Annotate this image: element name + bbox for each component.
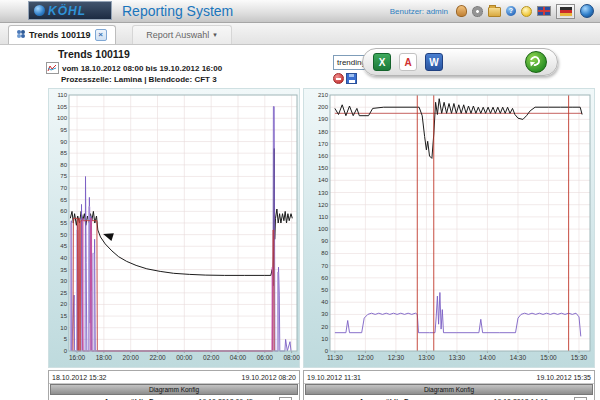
svg-text:00:00: 00:00 bbox=[176, 354, 193, 361]
svg-text:170: 170 bbox=[318, 141, 329, 147]
pinwheel-icon bbox=[17, 30, 21, 34]
svg-text:18:00: 18:00 bbox=[96, 354, 113, 361]
svg-text:70: 70 bbox=[60, 185, 67, 191]
svg-text:06:00: 06:00 bbox=[257, 354, 274, 361]
language-globe-icon[interactable] bbox=[580, 4, 594, 18]
tab-trends[interactable]: Trends 100119 × bbox=[8, 25, 116, 44]
svg-text:20:00: 20:00 bbox=[123, 354, 140, 361]
svg-text:60: 60 bbox=[321, 275, 328, 281]
svg-text:5: 5 bbox=[64, 336, 68, 342]
trend-title: Trends 100119 bbox=[58, 48, 222, 60]
user-area: Benutzer: admin ? bbox=[390, 0, 594, 22]
svg-text:70: 70 bbox=[321, 263, 328, 269]
gear-icon[interactable] bbox=[472, 6, 483, 17]
hint-bulb-icon[interactable] bbox=[521, 6, 532, 17]
svg-text:22:00: 22:00 bbox=[149, 354, 166, 361]
svg-text:35: 35 bbox=[60, 267, 67, 273]
pens-row: Ausgewählte Pens 19.10.2012 06:45 bbox=[49, 395, 299, 400]
svg-text:50: 50 bbox=[60, 232, 67, 238]
svg-text:15:00: 15:00 bbox=[540, 354, 557, 361]
refresh-button[interactable] bbox=[525, 51, 547, 73]
chart-left-config-panel: 18.10.2012 15:32 19.10.2012 08:20 Diagra… bbox=[48, 370, 300, 400]
svg-text:150: 150 bbox=[318, 165, 329, 171]
export-word-button[interactable]: W bbox=[425, 53, 443, 71]
pens-row: Ausgewählte Pens 19.10.2012 14:16 bbox=[304, 395, 594, 400]
app-title: Reporting System bbox=[122, 3, 233, 19]
svg-text:100: 100 bbox=[318, 226, 329, 232]
flag-uk-icon[interactable] bbox=[537, 6, 551, 16]
range-end-time: 19.10.2012 15:35 bbox=[537, 374, 592, 381]
svg-text:95: 95 bbox=[60, 127, 67, 133]
svg-text:15: 15 bbox=[60, 313, 67, 319]
svg-text:85: 85 bbox=[60, 150, 67, 156]
svg-text:13:30: 13:30 bbox=[449, 354, 466, 361]
svg-text:80: 80 bbox=[321, 250, 328, 256]
app-window: KÖHL Reporting System Benutzer: admin ? … bbox=[0, 0, 600, 400]
remove-trending-icon[interactable] bbox=[333, 73, 344, 84]
folder-icon[interactable] bbox=[488, 7, 501, 17]
logo-globe-icon bbox=[34, 5, 45, 16]
range-end-time: 19.10.2012 08:20 bbox=[242, 374, 297, 381]
svg-text:160: 160 bbox=[318, 153, 329, 159]
svg-text:20: 20 bbox=[321, 324, 328, 330]
trend-process: Prozesszelle: Lamina | Blendcode: CFT 3 bbox=[61, 75, 222, 84]
svg-text:25: 25 bbox=[60, 290, 67, 296]
svg-text:105: 105 bbox=[57, 104, 68, 110]
language-selected-box[interactable] bbox=[556, 4, 575, 19]
user-icon[interactable] bbox=[456, 5, 467, 17]
export-excel-button[interactable]: X bbox=[373, 53, 391, 71]
svg-text:180: 180 bbox=[318, 129, 329, 135]
svg-text:40: 40 bbox=[60, 255, 67, 261]
svg-text:55: 55 bbox=[60, 220, 67, 226]
svg-text:02:00: 02:00 bbox=[203, 354, 220, 361]
trend-period: vom 18.10.2012 08:00 bis 19.10.2012 16:0… bbox=[62, 64, 222, 73]
diagramm-konfig-header[interactable]: Diagramm Konfig bbox=[50, 384, 298, 395]
svg-text:130: 130 bbox=[318, 190, 329, 196]
svg-text:10: 10 bbox=[321, 336, 328, 342]
tab-report-auswahl[interactable]: Report Auswahl ▾ bbox=[132, 25, 232, 44]
svg-text:90: 90 bbox=[321, 238, 328, 244]
close-icon[interactable]: × bbox=[95, 29, 107, 41]
trend-chart-right[interactable]: 0102030405060708090100110120130140150160… bbox=[303, 88, 595, 368]
svg-text:45: 45 bbox=[60, 243, 67, 249]
export-toolbar: X A W bbox=[362, 48, 558, 76]
svg-text:110: 110 bbox=[57, 92, 67, 98]
help-icon[interactable]: ? bbox=[506, 6, 516, 16]
svg-text:40: 40 bbox=[321, 299, 328, 305]
svg-text:80: 80 bbox=[60, 162, 67, 168]
svg-text:12:00: 12:00 bbox=[357, 354, 374, 361]
svg-text:60: 60 bbox=[60, 208, 67, 214]
svg-text:75: 75 bbox=[60, 173, 67, 179]
svg-text:11:30: 11:30 bbox=[327, 354, 343, 361]
svg-text:14:00: 14:00 bbox=[479, 354, 496, 361]
svg-text:65: 65 bbox=[60, 197, 67, 203]
svg-text:110: 110 bbox=[318, 214, 328, 220]
chevron-down-icon: ▾ bbox=[213, 31, 217, 39]
svg-text:08:00: 08:00 bbox=[283, 354, 300, 361]
svg-text:140: 140 bbox=[318, 177, 329, 183]
svg-text:190: 190 bbox=[318, 116, 329, 122]
svg-text:50: 50 bbox=[321, 287, 328, 293]
save-trending-icon[interactable] bbox=[346, 73, 357, 84]
company-logo[interactable]: KÖHL bbox=[28, 1, 112, 20]
trend-info-block: Trends 100119 vom 18.10.2012 08:00 bis 1… bbox=[46, 48, 222, 84]
range-start-time: 18.10.2012 15:32 bbox=[52, 374, 107, 381]
svg-text:04:00: 04:00 bbox=[230, 354, 247, 361]
range-start-time: 19.10.2012 11:31 bbox=[307, 374, 361, 381]
tab-trends-label: Trends 100119 bbox=[29, 30, 91, 40]
trending-actions bbox=[333, 73, 357, 84]
time-range-row: 19.10.2012 11:31 19.10.2012 15:35 bbox=[304, 371, 594, 384]
trend-chart-icon bbox=[46, 62, 59, 74]
svg-text:30: 30 bbox=[60, 278, 67, 284]
diagramm-konfig-header[interactable]: Diagramm Konfig bbox=[305, 384, 593, 395]
chart-right-config-panel: 19.10.2012 11:31 19.10.2012 15:35 Diagra… bbox=[303, 370, 595, 400]
svg-text:20: 20 bbox=[60, 301, 67, 307]
top-header-bar: KÖHL Reporting System Benutzer: admin ? bbox=[0, 0, 600, 23]
trend-chart-left[interactable]: 0510152025303540455055606570758085909510… bbox=[48, 88, 300, 368]
svg-text:210: 210 bbox=[318, 92, 329, 98]
svg-text:0: 0 bbox=[64, 348, 68, 354]
svg-text:15:30: 15:30 bbox=[571, 354, 588, 361]
export-pdf-button[interactable]: A bbox=[399, 53, 417, 71]
tab-bar: Trends 100119 × Report Auswahl ▾ bbox=[0, 23, 600, 45]
tab-report-label: Report Auswahl bbox=[146, 30, 209, 40]
